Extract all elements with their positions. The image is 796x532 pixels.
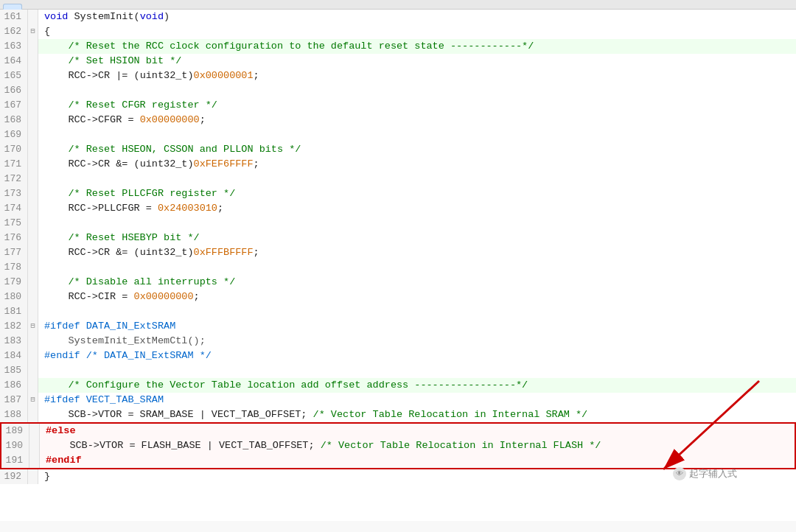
code-line: 170 /* Reset HSEON, CSSON and PLLON bits… — [0, 142, 796, 157]
code-line: 187⊟#ifdef VECT_TAB_SRAM — [0, 393, 796, 407]
code-line: 163 /* Reset the RCC clock configuration… — [0, 39, 796, 54]
code-line: 179 /* Disable all interrupts */ — [0, 275, 796, 290]
fold-indicator — [28, 69, 38, 83]
line-content — [38, 127, 796, 142]
line-number: 181 — [0, 304, 28, 319]
line-content: /* Disable all interrupts */ — [38, 275, 796, 290]
fold-indicator[interactable]: ⊟ — [28, 24, 38, 39]
fold-indicator — [28, 290, 38, 304]
line-number: 186 — [0, 378, 28, 393]
fold-indicator — [28, 304, 38, 319]
fold-indicator — [28, 260, 38, 275]
line-number: 168 — [0, 113, 28, 127]
line-content — [38, 304, 796, 319]
code-line: 186 /* Configure the Vector Table locati… — [0, 378, 796, 393]
code-line: 188 SCB->VTOR = SRAM_BASE | VECT_TAB_OFF… — [0, 407, 796, 422]
line-number: 178 — [0, 260, 28, 275]
line-number: 183 — [0, 334, 28, 349]
code-line: 175 — [0, 216, 796, 231]
line-content: RCC->CFGR = 0x00000000; — [38, 113, 796, 127]
fold-indicator — [29, 453, 40, 468]
code-area: 161void SystemInit(void)162⊟{163 /* Rese… — [0, 10, 796, 521]
line-number: 185 — [0, 363, 28, 378]
line-content: #else — [40, 424, 795, 438]
line-content: SCB->VTOR = FLASH_BASE | VECT_TAB_OFFSET… — [40, 438, 795, 453]
code-line: 191#endif — [0, 453, 796, 469]
code-line: 166 — [0, 83, 796, 98]
code-line: 167 /* Reset CFGR register */ — [0, 98, 796, 113]
line-number: 190 — [1, 438, 29, 453]
line-number: 177 — [0, 245, 28, 260]
line-content: /* Reset PLLCFGR register */ — [38, 186, 796, 201]
fold-indicator — [28, 186, 38, 201]
line-content — [38, 172, 796, 186]
code-line: 172 — [0, 172, 796, 186]
fold-indicator — [29, 438, 40, 453]
line-content: SystemInit_ExtMemCtl(); — [38, 334, 796, 349]
line-content: #ifdef VECT_TAB_SRAM — [38, 393, 796, 407]
line-number: 164 — [0, 54, 28, 69]
line-content: #endif /* DATA_IN_ExtSRAM */ — [38, 349, 796, 363]
fold-indicator — [28, 231, 38, 245]
code-line: 161void SystemInit(void) — [0, 10, 796, 24]
code-line: 171 RCC->CR &= (uint32_t)0xFEF6FFFF; — [0, 157, 796, 172]
line-number: 188 — [0, 407, 28, 422]
line-number: 165 — [0, 69, 28, 83]
line-content: #endif — [40, 453, 795, 468]
line-number: 176 — [0, 231, 28, 245]
line-number: 166 — [0, 83, 28, 98]
fold-indicator — [28, 378, 38, 393]
code-line: 192} — [0, 469, 796, 484]
code-line: 183 SystemInit_ExtMemCtl(); — [0, 334, 796, 349]
fold-indicator — [28, 216, 38, 231]
file-tab[interactable] — [3, 4, 22, 10]
line-content: void SystemInit(void) — [38, 10, 796, 24]
line-content: } — [38, 469, 796, 484]
line-content: SCB->VTOR = SRAM_BASE | VECT_TAB_OFFSET;… — [38, 407, 796, 422]
line-content: #ifdef DATA_IN_ExtSRAM — [38, 319, 796, 334]
line-number: 184 — [0, 349, 28, 363]
fold-indicator[interactable]: ⊟ — [28, 319, 38, 334]
line-number: 191 — [1, 453, 29, 468]
code-line: 165 RCC->CR |= (uint32_t)0x00000001; — [0, 69, 796, 83]
fold-indicator — [28, 54, 38, 69]
code-line: 168 RCC->CFGR = 0x00000000; — [0, 113, 796, 127]
code-line: 178 — [0, 260, 796, 275]
code-line: 164 /* Set HSION bit */ — [0, 54, 796, 69]
code-line: 189#else — [0, 422, 796, 438]
line-number: 172 — [0, 172, 28, 186]
fold-indicator — [29, 424, 40, 438]
fold-indicator — [28, 142, 38, 157]
line-number: 180 — [0, 290, 28, 304]
line-content: /* Reset HSEBYP bit */ — [38, 231, 796, 245]
fold-indicator[interactable]: ⊟ — [28, 393, 38, 407]
code-line: 176 /* Reset HSEBYP bit */ — [0, 231, 796, 245]
fold-indicator — [28, 83, 38, 98]
line-content — [38, 216, 796, 231]
line-number: 161 — [0, 10, 28, 24]
fold-indicator — [28, 275, 38, 290]
fold-indicator — [28, 113, 38, 127]
fold-indicator — [28, 172, 38, 186]
line-number: 173 — [0, 186, 28, 201]
line-number: 170 — [0, 142, 28, 157]
line-number: 179 — [0, 275, 28, 290]
fold-indicator — [28, 363, 38, 378]
code-line: 184#endif /* DATA_IN_ExtSRAM */ — [0, 349, 796, 363]
code-line: 174 RCC->PLLCFGR = 0x24003010; — [0, 201, 796, 216]
line-content: /* Reset HSEON, CSSON and PLLON bits */ — [38, 142, 796, 157]
line-number: 192 — [0, 469, 28, 484]
line-number: 163 — [0, 39, 28, 54]
line-content: RCC->CIR = 0x00000000; — [38, 290, 796, 304]
line-content: RCC->PLLCFGR = 0x24003010; — [38, 201, 796, 216]
line-content: /* Set HSION bit */ — [38, 54, 796, 69]
fold-indicator — [28, 10, 38, 24]
line-content: RCC->CR &= (uint32_t)0xFEF6FFFF; — [38, 157, 796, 172]
code-line: 181 — [0, 304, 796, 319]
code-line: 182⊟#ifdef DATA_IN_ExtSRAM — [0, 319, 796, 334]
fold-indicator — [28, 127, 38, 142]
fold-indicator — [28, 245, 38, 260]
code-line: 177 RCC->CR &= (uint32_t)0xFFFBFFFF; — [0, 245, 796, 260]
code-line: 173 /* Reset PLLCFGR register */ — [0, 186, 796, 201]
line-number: 167 — [0, 98, 28, 113]
